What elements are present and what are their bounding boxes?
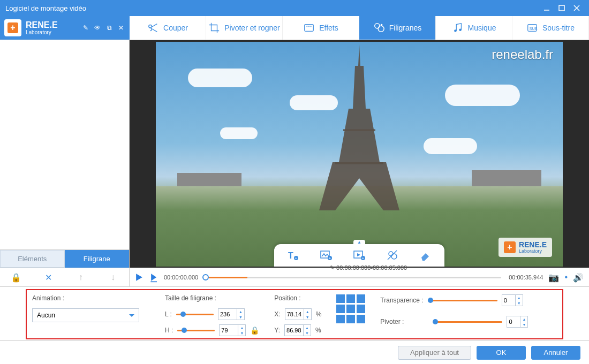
svg-rect-4 xyxy=(305,25,314,32)
window-title: Logiciel de montage vidéo xyxy=(5,4,86,12)
y-input[interactable]: ▲▼ xyxy=(284,324,311,336)
transparency-input[interactable]: ▲▼ xyxy=(502,294,523,306)
sidebar-tab-elements[interactable]: Eléments xyxy=(0,250,65,268)
rotate-input[interactable]: ▲▼ xyxy=(507,316,528,328)
effects-icon xyxy=(303,22,315,34)
brand-name: RENE.E xyxy=(26,21,58,29)
svg-point-8 xyxy=(374,24,379,28)
svg-text:T: T xyxy=(288,251,293,260)
ok-button[interactable]: OK xyxy=(477,346,526,360)
maximize-button[interactable] xyxy=(555,3,569,13)
svg-point-5 xyxy=(307,26,308,27)
svg-text:+: + xyxy=(362,256,365,261)
svg-text:+: + xyxy=(295,256,298,261)
play-range-button[interactable] xyxy=(149,272,160,283)
move-down-button[interactable]: ↓ xyxy=(105,270,121,284)
time-current: 00:00:00.000 xyxy=(164,274,198,280)
sidebar: Eléments Filigrane xyxy=(0,40,130,268)
copy-icon[interactable]: ⧉ xyxy=(105,24,114,32)
titlebar: Logiciel de montage vidéo xyxy=(0,0,589,16)
timeline[interactable]: ✎ 00:00:00.000-00:00:05.000 xyxy=(206,272,501,283)
lock-aspect-icon[interactable]: 🔒 xyxy=(250,326,259,335)
tab-rotate-crop[interactable]: Pivoter et rogner xyxy=(206,16,283,40)
remove-watermark-tool[interactable] xyxy=(384,247,401,263)
scissors-icon xyxy=(147,22,159,34)
svg-point-6 xyxy=(308,26,309,27)
watermark-logo: + RENE.ELaboratory xyxy=(499,238,552,257)
spin-up[interactable]: ▲ xyxy=(237,309,244,314)
time-range: 00:00:00.000-00:00:05.000 xyxy=(336,264,407,271)
svg-rect-1 xyxy=(559,5,564,11)
tab-watermarks[interactable]: Filigranes xyxy=(359,16,436,40)
svg-point-7 xyxy=(311,26,312,27)
watermark-url: reneelab.fr xyxy=(492,47,553,62)
logo-area: + RENE.E Laboratory ✎ 👁 ⧉ ✕ xyxy=(0,16,130,40)
playback-controls: 00:00:00.000 ✎ 00:00:00.000-00:00:05.000… xyxy=(130,268,589,286)
eraser-tool[interactable] xyxy=(418,247,434,263)
height-slider[interactable] xyxy=(177,327,215,334)
position-label: Position : xyxy=(274,294,321,302)
sidebar-controls: 🔒 ✕ ↑ ↓ xyxy=(0,268,130,286)
time-total: 00:00:35.944 xyxy=(509,274,543,280)
close-button[interactable] xyxy=(570,3,584,13)
crop-icon xyxy=(208,22,220,34)
middle-area: Eléments Filigrane reneelab.fr + RENE.EL… xyxy=(0,40,589,268)
move-up-button[interactable]: ↑ xyxy=(73,270,89,284)
volume-button[interactable]: 🔊 xyxy=(572,271,585,283)
sidebar-tab-watermark[interactable]: Filigrane xyxy=(65,250,130,268)
overlay-toolstrip: ▲ T+ + + xyxy=(274,244,444,267)
width-slider[interactable] xyxy=(176,310,214,318)
subtitle-icon: SUB xyxy=(526,22,538,34)
animation-label: Animation : xyxy=(32,294,150,302)
x-input[interactable]: ▲▼ xyxy=(285,308,312,320)
tab-subtitle[interactable]: SUB Sous-titre xyxy=(512,16,589,40)
chevron-up-icon[interactable]: ▲ xyxy=(353,240,365,245)
preview-area: reneelab.fr + RENE.ELaboratory ▲ T+ + + xyxy=(130,40,589,268)
transparency-label: Transparence : xyxy=(380,297,423,304)
minimize-button[interactable] xyxy=(540,3,554,13)
timeline-handle[interactable] xyxy=(202,274,209,280)
main-tabs: Couper Pivoter et rogner Effets Filigran… xyxy=(130,16,589,40)
rotate-slider[interactable] xyxy=(433,318,502,325)
add-text-tool[interactable]: T+ xyxy=(285,247,301,263)
delete-button[interactable]: ✕ xyxy=(40,270,56,284)
control-bar: 🔒 ✕ ↑ ↓ 00:00:00.000 ✎ 00:00:00.000-00:0… xyxy=(0,268,589,287)
sidebar-tabs: Eléments Filigrane xyxy=(0,249,129,268)
add-video-tool[interactable]: + xyxy=(351,247,367,263)
cancel-button[interactable]: Annuler xyxy=(531,346,580,360)
eye-icon[interactable]: 👁 xyxy=(93,24,102,32)
svg-point-9 xyxy=(378,26,384,32)
spin-down[interactable]: ▼ xyxy=(237,314,244,320)
svg-point-12 xyxy=(459,28,462,31)
eiffel-tower-graphic xyxy=(316,44,402,210)
footer: Appliquer à tout OK Annuler xyxy=(0,340,589,364)
tab-cut[interactable]: Couper xyxy=(130,16,206,40)
width-input[interactable]: ▲▼ xyxy=(218,308,245,320)
top-bar: + RENE.E Laboratory ✎ 👁 ⧉ ✕ Couper Pivot… xyxy=(0,16,589,40)
lock-button[interactable]: 🔒 xyxy=(8,270,24,284)
animation-dropdown[interactable]: Aucun xyxy=(32,308,139,322)
logo-icon: + xyxy=(4,19,21,36)
sidebar-content xyxy=(0,40,129,249)
play-button[interactable] xyxy=(134,272,145,283)
close-panel-icon[interactable]: ✕ xyxy=(117,24,125,32)
add-image-tool[interactable]: + xyxy=(318,247,334,263)
tab-music[interactable]: Musique xyxy=(436,16,512,40)
anchor-grid[interactable] xyxy=(336,294,365,323)
svg-text:+: + xyxy=(329,256,331,261)
transparency-slider[interactable] xyxy=(428,297,497,304)
svg-point-11 xyxy=(454,29,457,32)
music-icon xyxy=(452,22,464,34)
brand-sub: Laboratory xyxy=(26,29,58,35)
size-label: Taille de filigrane : xyxy=(165,294,259,302)
rotate-label: Pivoter : xyxy=(380,318,404,325)
svg-point-10 xyxy=(380,24,382,26)
edit-icon[interactable]: ✎ xyxy=(81,24,90,32)
snapshot-button[interactable]: 📷 xyxy=(547,271,560,283)
height-input[interactable]: ▲▼ xyxy=(219,324,246,336)
apply-all-button[interactable]: Appliquer à tout xyxy=(398,346,471,360)
tab-effects[interactable]: Effets xyxy=(283,16,359,40)
watermark-icon xyxy=(373,22,385,34)
video-frame[interactable]: reneelab.fr + RENE.ELaboratory ▲ T+ + + xyxy=(156,42,563,267)
params-panel: Animation : Aucun Taille de filigrane : … xyxy=(0,287,589,340)
